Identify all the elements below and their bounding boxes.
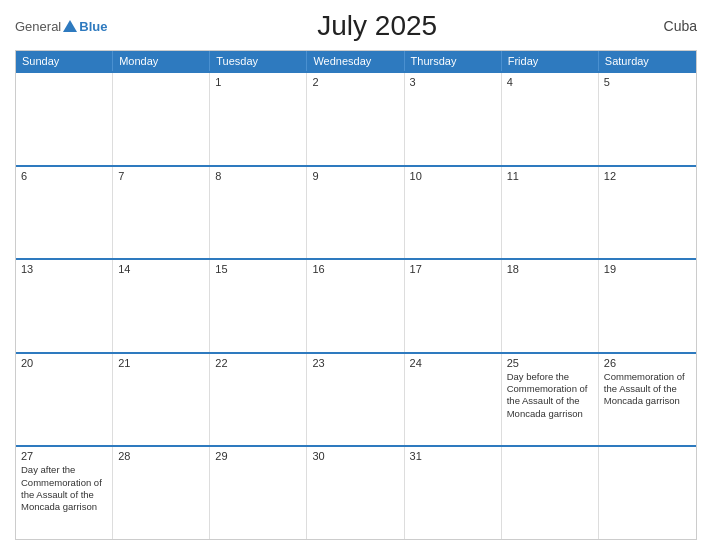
calendar-cell: 26Commemoration of the Assault of the Mo… — [599, 354, 696, 446]
calendar-cell: 23 — [307, 354, 404, 446]
day-number: 1 — [215, 76, 301, 88]
calendar-cell: 3 — [405, 73, 502, 165]
calendar-cell: 8 — [210, 167, 307, 259]
day-number: 15 — [215, 263, 301, 275]
calendar-cell: 27Day after the Commemoration of the Ass… — [16, 447, 113, 539]
weekday-header: Monday — [113, 51, 210, 71]
day-number: 4 — [507, 76, 593, 88]
day-number: 25 — [507, 357, 593, 369]
calendar-cell — [113, 73, 210, 165]
calendar-week: 12345 — [16, 71, 696, 165]
calendar-cell: 28 — [113, 447, 210, 539]
calendar-cell — [16, 73, 113, 165]
day-number: 27 — [21, 450, 107, 462]
calendar-cell — [599, 447, 696, 539]
calendar-cell: 15 — [210, 260, 307, 352]
logo-blue-text: Blue — [79, 19, 107, 34]
day-number: 26 — [604, 357, 691, 369]
weekday-header: Saturday — [599, 51, 696, 71]
weekday-header: Thursday — [405, 51, 502, 71]
calendar-cell: 17 — [405, 260, 502, 352]
day-number: 29 — [215, 450, 301, 462]
calendar-cell: 13 — [16, 260, 113, 352]
day-number: 31 — [410, 450, 496, 462]
day-number: 3 — [410, 76, 496, 88]
day-number: 8 — [215, 170, 301, 182]
calendar-cell: 14 — [113, 260, 210, 352]
day-number: 6 — [21, 170, 107, 182]
calendar-body: 1234567891011121314151617181920212223242… — [16, 71, 696, 539]
day-number: 17 — [410, 263, 496, 275]
calendar-cell: 30 — [307, 447, 404, 539]
calendar: SundayMondayTuesdayWednesdayThursdayFrid… — [15, 50, 697, 540]
calendar-cell: 9 — [307, 167, 404, 259]
day-number: 13 — [21, 263, 107, 275]
calendar-cell: 19 — [599, 260, 696, 352]
weekday-header: Wednesday — [307, 51, 404, 71]
calendar-cell: 20 — [16, 354, 113, 446]
day-number: 2 — [312, 76, 398, 88]
day-number: 30 — [312, 450, 398, 462]
calendar-cell: 21 — [113, 354, 210, 446]
calendar-cell — [502, 447, 599, 539]
calendar-cell: 25Day before the Commemoration of the As… — [502, 354, 599, 446]
calendar-cell: 29 — [210, 447, 307, 539]
day-number: 16 — [312, 263, 398, 275]
logo: General Blue — [15, 19, 107, 34]
calendar-cell: 31 — [405, 447, 502, 539]
calendar-week: 27Day after the Commemoration of the Ass… — [16, 445, 696, 539]
logo-general-text: General — [15, 19, 61, 34]
day-number: 22 — [215, 357, 301, 369]
weekday-header: Friday — [502, 51, 599, 71]
day-number: 10 — [410, 170, 496, 182]
logo-triangle-icon — [63, 20, 77, 32]
calendar-cell: 10 — [405, 167, 502, 259]
calendar-cell: 16 — [307, 260, 404, 352]
calendar-cell: 22 — [210, 354, 307, 446]
calendar-week: 13141516171819 — [16, 258, 696, 352]
day-number: 12 — [604, 170, 691, 182]
day-number: 5 — [604, 76, 691, 88]
page-title: July 2025 — [107, 10, 647, 42]
day-number: 21 — [118, 357, 204, 369]
day-number: 9 — [312, 170, 398, 182]
calendar-cell: 1 — [210, 73, 307, 165]
calendar-week: 6789101112 — [16, 165, 696, 259]
calendar-cell: 12 — [599, 167, 696, 259]
calendar-cell: 4 — [502, 73, 599, 165]
page-header: General Blue July 2025 Cuba — [15, 10, 697, 42]
calendar-event: Commemoration of the Assault of the Monc… — [604, 371, 691, 408]
weekday-header: Sunday — [16, 51, 113, 71]
day-number: 20 — [21, 357, 107, 369]
day-number: 11 — [507, 170, 593, 182]
calendar-header: SundayMondayTuesdayWednesdayThursdayFrid… — [16, 51, 696, 71]
calendar-cell: 5 — [599, 73, 696, 165]
calendar-event: Day after the Commemoration of the Assau… — [21, 464, 107, 513]
calendar-cell: 2 — [307, 73, 404, 165]
country-label: Cuba — [647, 18, 697, 34]
calendar-week: 202122232425Day before the Commemoration… — [16, 352, 696, 446]
day-number: 14 — [118, 263, 204, 275]
day-number: 19 — [604, 263, 691, 275]
calendar-page: General Blue July 2025 Cuba SundayMonday… — [0, 0, 712, 550]
calendar-cell: 18 — [502, 260, 599, 352]
calendar-cell: 7 — [113, 167, 210, 259]
calendar-cell: 6 — [16, 167, 113, 259]
day-number: 7 — [118, 170, 204, 182]
weekday-header: Tuesday — [210, 51, 307, 71]
calendar-cell: 11 — [502, 167, 599, 259]
day-number: 23 — [312, 357, 398, 369]
calendar-cell: 24 — [405, 354, 502, 446]
day-number: 18 — [507, 263, 593, 275]
calendar-event: Day before the Commemoration of the Assa… — [507, 371, 593, 420]
day-number: 24 — [410, 357, 496, 369]
day-number: 28 — [118, 450, 204, 462]
